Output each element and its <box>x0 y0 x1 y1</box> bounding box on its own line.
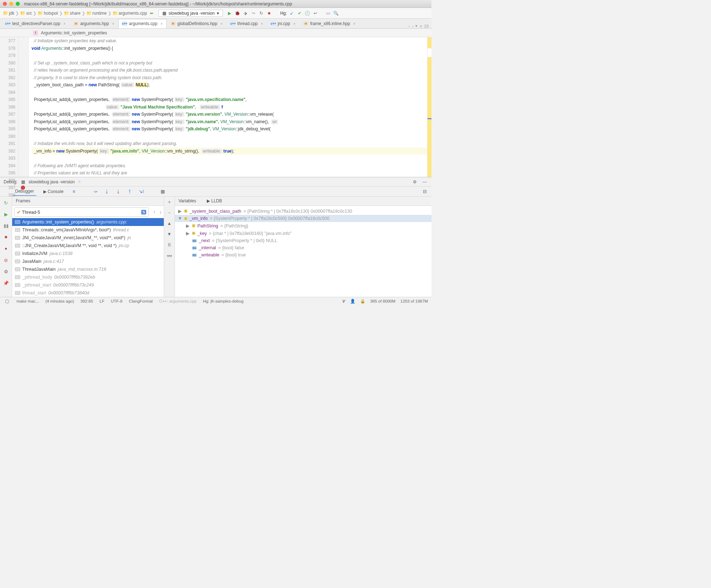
editor-tab[interactable]: c++test_directivesParser.cpp× <box>1 19 70 28</box>
update-icon[interactable]: ↙ <box>288 10 295 16</box>
pin-icon[interactable]: 📌 <box>3 280 9 286</box>
editor-tab[interactable]: c++jni.cpp× <box>267 19 300 28</box>
next-frame-icon[interactable]: ↓ <box>157 209 164 215</box>
tab-overflow[interactable]: ‹ › ▾ ≡23 <box>409 24 431 28</box>
marker-gutter[interactable] <box>19 37 29 177</box>
status-enc[interactable]: UTF-8 <box>111 299 123 303</box>
back-icon[interactable]: ⬅ <box>148 10 155 16</box>
pause-icon[interactable]: ▮▮ <box>3 222 9 229</box>
code-line[interactable] <box>32 89 427 96</box>
frame-row[interactable]: InitializeJVM java.c:1538 <box>12 250 164 257</box>
frame-row[interactable]: ThreadJavaMain java_md_macosx.m:716 <box>12 265 164 273</box>
breadcrumb[interactable]: 📁 jdk❯📁 src❯📁 hotspot❯📁 share❯📁 runtime❯… <box>3 11 147 16</box>
frame-row[interactable]: _pthread_start 0x00007fff6b73c249 <box>12 281 164 289</box>
mute-breakpoints-icon[interactable]: ⊘ <box>3 257 9 263</box>
expand-icon[interactable]: ▶ <box>178 208 182 214</box>
code-line[interactable]: // Set up _system_boot_class_path which … <box>32 59 427 67</box>
code-line[interactable]: void Arguments::init_system_properties()… <box>32 45 427 52</box>
code-line[interactable]: // Properties values are set to NULL and… <box>32 169 427 177</box>
commit-icon[interactable]: ✔ <box>296 10 303 16</box>
glasses-icon[interactable]: 👓 <box>166 252 173 259</box>
frame-row[interactable]: thread_start 0x00007fff6b73840d <box>12 289 164 297</box>
code-line[interactable]: _system_boot_class_path = new PathString… <box>32 81 427 89</box>
editor-tab[interactable]: Hframe_x86.inline.hpp× <box>299 19 359 28</box>
variable-row[interactable]: 01 _next = {SystemProperty * | 0x0} NULL <box>175 237 431 244</box>
tab-console[interactable]: ▶ Console <box>41 188 66 196</box>
ide-settings-icon[interactable]: ▭ <box>325 10 331 16</box>
threads-icon[interactable]: ≡ <box>71 188 77 195</box>
lock-icon[interactable]: 🔒 <box>360 299 365 304</box>
frame-list[interactable]: Arguments::init_system_properties() argu… <box>12 218 164 297</box>
remove-watch-icon[interactable]: － <box>166 209 173 216</box>
code-line[interactable]: // os specific they are initialized in o… <box>32 177 427 177</box>
minimize-window-icon[interactable] <box>9 2 13 6</box>
frame-row[interactable]: JNI_CreateJavaVM_inner(JavaVM_**, void**… <box>12 234 164 242</box>
expand-icon[interactable]: ▶ <box>186 223 190 228</box>
expand-icon[interactable]: ▶ <box>186 231 190 236</box>
code-line[interactable]: // Initialize the vm.info now, but it wi… <box>32 140 427 148</box>
code-area[interactable]: // Initialize system properties key and … <box>29 37 427 177</box>
code-line[interactable]: _vm_info = new SystemProperty( key: "jav… <box>32 148 427 155</box>
layout-icon[interactable]: ⊟ <box>421 188 428 195</box>
code-line[interactable]: // relies heavily on argument processing… <box>32 67 427 74</box>
up-watch-icon[interactable]: ▲ <box>166 220 173 227</box>
rerun-icon[interactable]: ↻ <box>3 199 9 206</box>
step-out-icon[interactable]: ⭱ <box>127 188 133 195</box>
editor-tab[interactable]: HglobalDefinitions.hpp× <box>167 19 226 28</box>
variables-tree[interactable]: ▶≡ _system_boot_class_path = {PathString… <box>175 206 431 297</box>
variable-row[interactable]: 01 _internal = {bool} false <box>175 244 431 251</box>
code-line[interactable]: // property. It is used to store the und… <box>32 74 427 82</box>
close-tab-icon[interactable]: × <box>78 179 81 184</box>
close-icon[interactable]: × <box>220 22 223 26</box>
close-icon[interactable]: × <box>294 22 296 26</box>
down-watch-icon[interactable]: ▼ <box>166 231 173 237</box>
editor-tab[interactable]: Harguments.hpp× <box>70 19 118 28</box>
code-line[interactable]: PropertyList_add(&_system_properties, el… <box>32 96 427 103</box>
code-line[interactable]: PropertyList_add(&_system_properties, el… <box>32 111 427 118</box>
status-mem[interactable]: 385 of 8000M <box>370 299 395 303</box>
tool-window-icon[interactable]: ▢ <box>4 298 10 304</box>
close-icon[interactable]: × <box>112 22 114 26</box>
status-fmt[interactable]: ClangFormat <box>129 299 153 303</box>
breakpoint-icon[interactable] <box>21 185 25 190</box>
copy-icon[interactable]: ⎘ <box>166 242 173 248</box>
force-step-into-icon[interactable]: ⭳ <box>115 188 121 195</box>
code-line[interactable] <box>32 133 427 140</box>
gear-icon[interactable]: ⚙ <box>411 179 418 185</box>
frame-row[interactable]: _pthread_body 0x00007fff6b7392eb <box>12 273 164 281</box>
code-line[interactable]: value: "Java Virtual Machine Specificati… <box>32 103 427 111</box>
variable-row[interactable]: 01 _writeable = {bool} true <box>175 251 431 259</box>
lldb-tab[interactable]: ▶ LLDB <box>207 198 222 204</box>
close-icon[interactable]: × <box>353 22 356 26</box>
breadcrumb-item[interactable]: src <box>26 11 32 16</box>
code-line[interactable] <box>32 155 427 162</box>
variable-row[interactable]: ▶≡ PathString = {PathString} <box>175 222 431 230</box>
evaluate-icon[interactable]: ▦ <box>159 188 166 195</box>
code-line[interactable]: // Following are JVMTI agent writable pr… <box>32 162 427 170</box>
view-breakpoints-icon[interactable]: ● <box>3 245 9 252</box>
run-to-cursor-icon[interactable]: ↘I <box>138 188 144 195</box>
revert-icon[interactable]: ↩ <box>312 10 319 16</box>
code-line[interactable]: PropertyList_add(&_system_properties, el… <box>32 125 427 133</box>
run-config-dropdown[interactable]: ▦ slowdebug java -version ▾ <box>158 10 223 17</box>
variable-row[interactable]: ▶≡ _key = {char * | 0x7ffa18e00160} "jav… <box>175 230 431 237</box>
attach-icon[interactable]: ↻ <box>258 10 264 16</box>
code-line[interactable]: PropertyList_add(&_system_properties, el… <box>32 118 427 126</box>
breadcrumb-item[interactable]: arguments.cpp <box>119 11 147 16</box>
frame-row[interactable]: ::JNI_CreateJavaVM(JavaVM **, void **, v… <box>12 242 164 250</box>
step-over-icon[interactable]: ⤼ <box>92 188 99 195</box>
code-line[interactable]: // Initialize system properties key and … <box>32 37 427 45</box>
nav-bar[interactable]: f Arguments::init_system_properties <box>0 29 431 37</box>
settings-icon[interactable]: ⚙ <box>3 268 9 275</box>
coverage-icon[interactable]: ⬗ <box>242 10 249 16</box>
inspector-icon[interactable]: 👤 <box>350 299 355 304</box>
run-icon[interactable]: ▶ <box>226 10 233 16</box>
thread-selector[interactable]: ✔ Thread-5 ⇅ <box>14 207 149 217</box>
expand-icon[interactable]: ▼ <box>178 216 182 221</box>
resume-icon[interactable]: ▶ <box>3 211 9 217</box>
minimap[interactable] <box>427 37 431 177</box>
frame-row[interactable]: JavaMain java.c:417 <box>12 257 164 265</box>
breadcrumb-item[interactable]: hotspot <box>44 11 58 16</box>
breadcrumb-item[interactable]: share <box>70 11 81 16</box>
frame-row[interactable]: Threads::create_vm(JavaVMInitArgs*, bool… <box>12 226 164 234</box>
